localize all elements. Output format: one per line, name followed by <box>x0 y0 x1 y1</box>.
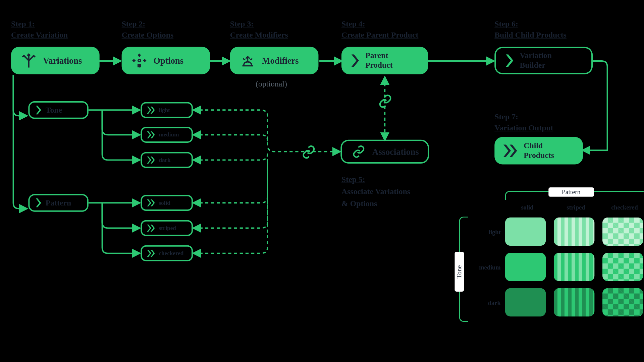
swatch-light-solid <box>505 218 546 246</box>
variation-builder-node: VariationBuilder <box>494 47 593 74</box>
swatch-light-checkered <box>602 218 643 246</box>
step5-label: Step 5: Associate Variations & Options <box>341 174 410 209</box>
step3-label: Step 3:Create Modifiers <box>230 18 288 41</box>
modifiers-node: Modifiers <box>230 47 319 74</box>
parent-product-label: ParentProduct <box>365 51 392 70</box>
double-chevron-icon <box>503 144 519 157</box>
pattern-option-solid: solid <box>141 195 193 211</box>
pattern-label: Pattern <box>46 198 71 207</box>
child-products-label: ChildProducts <box>524 141 554 160</box>
product-matrix: Pattern Tone solid striped checkered lig… <box>451 186 644 327</box>
chevron-icon <box>35 106 42 114</box>
chevron-icon <box>505 54 515 67</box>
swatch-medium-checkered <box>602 253 643 281</box>
step1-label: Step 1:Create Variation <box>11 18 68 41</box>
options-node: Options <box>122 47 210 74</box>
double-chevron-icon <box>146 225 156 232</box>
matrix-pattern-axis: Pattern <box>548 187 594 197</box>
modifier-icon <box>239 52 257 69</box>
matrix-row-light: light <box>474 229 501 236</box>
swatch-medium-striped <box>554 253 594 281</box>
swatch-light-striped <box>554 218 594 246</box>
optional-text: (optional) <box>256 79 287 89</box>
matrix-col-solid: solid <box>505 204 549 211</box>
matrix-row-dark: dark <box>474 300 501 307</box>
chevron-icon <box>35 198 42 207</box>
svg-point-5 <box>138 59 141 62</box>
variations-label: Variations <box>43 55 82 65</box>
tone-option-medium: medium <box>141 127 193 142</box>
options-label: Options <box>154 55 183 65</box>
parent-product-node: ParentProduct <box>341 47 428 74</box>
step6-label: Step 6:Build Child Products <box>494 18 567 41</box>
double-chevron-icon <box>146 199 156 206</box>
tone-option-light: light <box>141 102 193 118</box>
child-products-node: ChildProducts <box>494 137 583 165</box>
double-chevron-icon <box>146 131 156 138</box>
matrix-row-medium: medium <box>474 264 501 272</box>
matrix-tone-axis: Tone <box>455 252 464 292</box>
branch-icon <box>20 52 38 69</box>
step4-label: Step 4:Create Parent Product <box>341 18 418 41</box>
double-chevron-icon <box>146 107 156 114</box>
pattern-variation-node: Pattern <box>28 194 88 212</box>
step2-label: Step 2:Create Options <box>122 18 174 41</box>
double-chevron-icon <box>146 157 156 164</box>
pattern-option-striped: striped <box>141 220 193 236</box>
chevron-icon <box>350 54 360 67</box>
tone-option-dark: dark <box>141 152 193 168</box>
matrix-col-checkered: checkered <box>602 204 644 211</box>
swatch-dark-striped <box>554 288 594 316</box>
associations-label: Associations <box>372 146 419 157</box>
tone-label: Tone <box>46 106 62 115</box>
link-icon <box>378 94 392 110</box>
variation-builder-label: VariationBuilder <box>520 51 551 70</box>
step7-label: Step 7:Variation Output <box>494 111 553 133</box>
swatch-dark-checkered <box>602 288 643 316</box>
move-icon <box>130 52 148 69</box>
link-icon <box>351 143 367 161</box>
associations-node: Associations <box>340 140 429 164</box>
matrix-col-striped: striped <box>554 204 598 211</box>
swatch-medium-solid <box>505 253 546 281</box>
modifiers-label: Modifiers <box>262 55 299 65</box>
variations-node: Variations <box>11 47 100 74</box>
swatch-dark-solid <box>505 288 546 316</box>
double-chevron-icon <box>146 250 156 257</box>
pattern-option-checkered: checkered <box>141 245 193 261</box>
tone-variation-node: Tone <box>28 101 88 119</box>
link-icon <box>302 145 316 161</box>
